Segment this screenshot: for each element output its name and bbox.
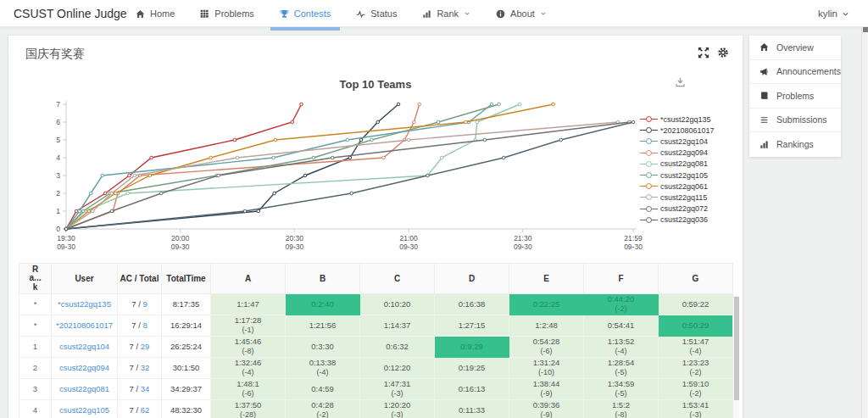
problem-cell[interactable]: 1:21:56 [286,315,360,337]
download-icon[interactable] [675,76,686,87]
problem-cell[interactable]: 0:12:20 [360,358,435,379]
sidebar-item-label: Overview [776,42,814,53]
legend-item-*202108061017[interactable]: *202108061017 [640,125,715,136]
table-scrollbar[interactable] [732,295,739,418]
problem-cell[interactable]: 1:23:23(-2) [659,358,733,379]
legend-label: csust22gq104 [660,137,708,146]
problem-cell[interactable]: 1:47:31(-3) [360,379,435,400]
problem-cell[interactable]: 1:28:54(-5) [584,358,659,379]
scoreboard-header-row: R a... kUserAC / TotalTotalTimeABCDEFG [19,264,733,294]
legend-item-csust22gq094[interactable]: csust22gq094 [640,148,715,159]
problem-cell[interactable]: 0:16:38 [435,294,509,315]
legend-marker-icon [640,216,658,224]
problem-cell[interactable]: 0:50:29 [659,315,733,337]
problem-cell[interactable]: 1:17:28(-1) [211,315,286,337]
series-csust22gq094[interactable] [66,104,420,229]
navbar: CSUST Online Judge HomeProblemsContestsS… [0,0,868,27]
svg-text:5: 5 [56,136,60,144]
user-link[interactable]: *202108061017 [52,315,118,337]
sidebar-item-label: Submissions [776,114,827,125]
problem-cell[interactable]: 1:32:46(-4) [211,358,286,379]
problem-cell[interactable]: 1:2:48 [509,315,584,337]
scoreboard-row: **2021080610177 / 816:29:141:17:28(-1)1:… [19,315,733,337]
problem-cell[interactable]: 1:45:46(-8) [211,337,286,358]
problem-cell[interactable]: 1:27:15 [435,315,509,337]
legend-item-csust22gq115[interactable]: csust22gq115 [640,192,715,203]
page-scrollbar[interactable] [861,0,868,418]
user-menu[interactable]: kylin [818,0,849,27]
problem-cell[interactable]: 1:59:10(-2) [659,379,733,400]
problem-cell[interactable]: 1:1:47 [211,294,286,315]
legend-item-csust22gq104[interactable]: csust22gq104 [640,136,715,147]
rank-value: 4 [19,400,52,418]
legend-label: csust22gq094 [660,148,708,157]
nav-item-home[interactable]: Home [123,0,187,27]
problem-cell[interactable]: 0:39:36(-9) [509,400,584,418]
problem-cell[interactable]: 1:38:44(-9) [509,379,584,400]
ac-total: 7 / 9 [118,294,162,315]
svg-text:21:59: 21:59 [624,234,643,242]
svg-text:09-30: 09-30 [286,242,304,251]
problem-cell[interactable]: 1:34:59(-5) [584,379,659,400]
problem-cell[interactable]: 0:59:22 [659,294,733,315]
problem-cell[interactable]: 1:20:20(-3) [360,400,435,418]
problem-cell[interactable]: 0:6:32 [360,337,435,358]
problem-cell[interactable]: 0:16:13 [435,379,509,400]
legend-item-csust22gq105[interactable]: csust22gq105 [640,170,715,181]
problem-cell[interactable]: 0:44:20(-2) [584,294,659,315]
user-link[interactable]: *csust22gq135 [52,294,118,315]
problem-cell[interactable]: 1:14:37 [360,315,435,337]
legend-item-csust22gq081[interactable]: csust22gq081 [640,159,715,170]
nav-item-rank[interactable]: Rank [409,0,483,27]
sidebar-item-overview[interactable]: Overview [749,36,841,60]
sidebar-item-announcements[interactable]: Announcements [749,60,841,85]
problem-cell[interactable]: 0:13:38(-4) [286,358,360,379]
legend-marker-icon [640,149,658,157]
nav-item-problems[interactable]: Problems [187,0,266,27]
info-icon [496,9,505,19]
svg-text:21:00: 21:00 [399,234,418,242]
problem-cell[interactable]: 1:5:2(-8) [584,400,659,418]
gear-icon[interactable] [717,47,729,59]
problem-cell[interactable]: 0:4:28(-2) [286,400,360,418]
legend-item-csust22gq036[interactable]: csust22gq036 [640,215,715,226]
ac-total: 7 / 8 [118,315,162,337]
series-csust22gq061[interactable] [66,104,554,229]
brand[interactable]: CSUST Online Judge [14,0,127,27]
user-link[interactable]: csust22gq104 [52,337,118,358]
sidebar-item-rankings[interactable]: Rankings [749,132,841,157]
problem-cell[interactable]: 0:9:29 [435,337,509,358]
series-csust22gq105[interactable] [66,104,499,229]
nav-item-contests[interactable]: Contests [267,0,343,27]
problem-cell[interactable]: 0:2:40 [286,294,360,315]
problem-cell[interactable]: 0:19:25 [435,358,509,379]
legend-item-csust22gq072[interactable]: csust22gq072 [640,203,715,215]
problem-cell[interactable]: 1:13:52(-4) [584,337,659,358]
user-link[interactable]: csust22gq105 [52,400,118,418]
problem-cell[interactable]: 1:31:24(-10) [509,358,584,379]
problem-cell[interactable]: 0:10:20 [360,294,435,315]
problem-cell[interactable]: 0:54:28(-6) [509,337,584,358]
problem-cell[interactable]: 1:53:41(-3) [659,400,733,418]
table-scrollbar-thumb[interactable] [734,297,739,400]
sidebar-item-problems[interactable]: Problems [749,84,841,109]
problem-cell[interactable]: 1:37:50(-28) [211,400,286,418]
problem-cell[interactable]: 0:3:30 [286,337,360,358]
user-link[interactable]: csust22gq094 [52,358,118,379]
rank-value: * [19,294,52,315]
problem-cell[interactable]: 0:22:25 [509,294,584,315]
user-link[interactable]: csust22gq081 [52,379,118,400]
problem-cell[interactable]: 0:4:59 [286,379,360,400]
problem-cell[interactable]: 0:11:33 [435,400,509,418]
nav-item-about[interactable]: About [483,0,559,27]
chart-title: Top 10 Teams [8,78,743,91]
legend-label: csust22gq061 [660,182,708,191]
fullscreen-icon[interactable] [698,47,709,59]
legend-item-csust22gq061[interactable]: csust22gq061 [640,181,715,192]
legend-item-*csust22gq135[interactable]: *csust22gq135 [640,114,715,125]
problem-cell[interactable]: 1:48:1(-6) [211,379,286,400]
sidebar-item-submissions[interactable]: Submissions [749,109,841,133]
nav-item-status[interactable]: Status [343,0,409,27]
problem-cell[interactable]: 0:54:41 [584,315,659,337]
problem-cell[interactable]: 1:51:47(-4) [659,337,733,358]
